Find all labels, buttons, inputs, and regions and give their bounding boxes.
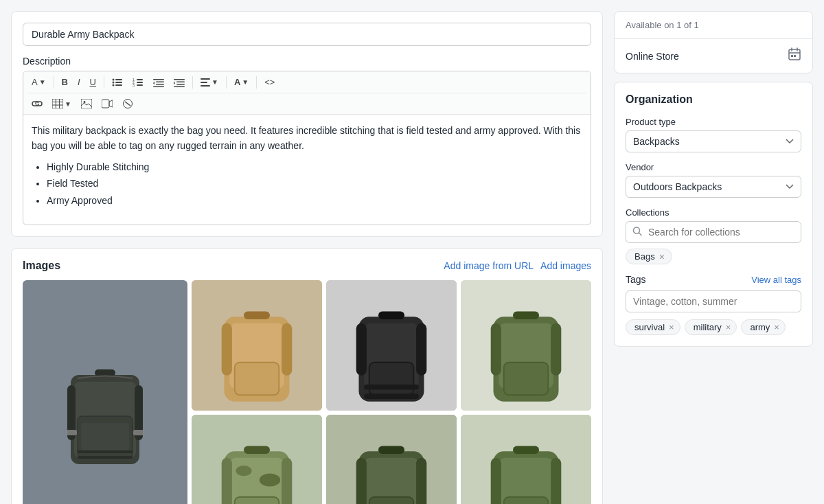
svg-rect-30: [81, 99, 92, 108]
tags-label: Tags: [626, 274, 646, 285]
toolbar-divider-3: [192, 76, 193, 89]
align-btn[interactable]: ▼: [196, 76, 222, 89]
svg-rect-100: [791, 55, 793, 57]
collection-tag-label: Bags: [634, 251, 655, 262]
video-btn[interactable]: [98, 96, 117, 111]
tag-survival: survival ×: [626, 319, 680, 335]
svg-rect-58: [356, 323, 367, 376]
online-store-row: Online Store: [615, 39, 812, 73]
image-thumb-olive[interactable]: [461, 280, 591, 411]
vendor-select[interactable]: Outdoors Backpacks: [626, 176, 801, 198]
html-btn[interactable]: <>: [260, 74, 279, 90]
svg-rect-70: [513, 312, 539, 319]
svg-rect-1: [115, 79, 122, 80]
product-title-input[interactable]: [23, 23, 591, 46]
svg-marker-21: [174, 81, 175, 84]
remove-tag-army[interactable]: ×: [774, 322, 779, 332]
image-thumb-small-green[interactable]: [461, 415, 591, 504]
search-icon: [632, 227, 642, 238]
tag-army: army ×: [741, 319, 785, 335]
svg-rect-18: [176, 81, 185, 82]
svg-rect-68: [551, 323, 561, 376]
svg-rect-41: [81, 423, 129, 450]
product-type-field: Product type Backpacks: [626, 117, 801, 152]
svg-rect-25: [52, 99, 63, 108]
svg-rect-79: [235, 497, 279, 504]
svg-point-31: [83, 101, 85, 103]
bold-btn[interactable]: B: [58, 74, 72, 90]
font-color-btn[interactable]: A ▼: [230, 74, 253, 90]
toolbar-divider: [54, 76, 54, 89]
calendar-icon[interactable]: [788, 47, 801, 65]
svg-rect-32: [102, 100, 109, 108]
svg-rect-17: [174, 79, 185, 80]
svg-line-103: [639, 233, 642, 236]
toolbar-divider-4: [226, 76, 227, 89]
svg-rect-45: [133, 430, 144, 435]
svg-rect-53: [235, 363, 279, 396]
images-grid: Edit alt text 👁 ✏️ ALT 🗑: [23, 280, 591, 504]
link-btn[interactable]: [27, 97, 47, 111]
rich-text-editor: A ▼ B I U 1.2.3.: [23, 71, 591, 225]
tags-section: Tags View all tags survival × military ×…: [626, 274, 801, 335]
svg-rect-63: [364, 393, 419, 399]
collection-tag-bags: Bags ×: [626, 249, 801, 264]
toolbar-divider-5: [256, 76, 257, 89]
availability-header: Available on 1 of 1: [615, 12, 812, 39]
image-btn[interactable]: [77, 96, 96, 111]
svg-rect-93: [551, 458, 561, 504]
image-thumb-black[interactable]: [326, 280, 457, 411]
add-images-btn[interactable]: Add images: [540, 260, 591, 271]
svg-rect-95: [513, 446, 539, 454]
svg-rect-78: [282, 458, 292, 504]
tag-military: military ×: [685, 319, 737, 335]
svg-rect-20: [174, 86, 185, 87]
svg-line-35: [125, 102, 130, 106]
image-thumb-camo[interactable]: [192, 415, 322, 504]
svg-rect-84: [356, 458, 367, 504]
svg-rect-85: [416, 458, 426, 504]
remove-tag-survival[interactable]: ×: [669, 322, 674, 332]
svg-rect-62: [364, 385, 419, 390]
ordered-list-btn[interactable]: 1.2.3.: [128, 75, 148, 90]
indent-increase-btn[interactable]: [170, 75, 189, 90]
tags-list: survival × military × army ×: [626, 319, 801, 335]
remove-collection-btn[interactable]: ×: [659, 252, 665, 262]
indent-decrease-btn[interactable]: [149, 75, 168, 90]
underline-btn[interactable]: U: [86, 74, 100, 90]
images-section: Images Add image from URL Add images: [11, 248, 603, 504]
italic-btn[interactable]: I: [73, 74, 84, 90]
svg-rect-96: [789, 49, 800, 60]
image-thumb-tan[interactable]: [192, 280, 322, 411]
collections-search-input[interactable]: [626, 221, 801, 243]
tags-input[interactable]: [626, 290, 801, 312]
add-image-url-btn[interactable]: Add image from URL: [444, 260, 534, 271]
svg-rect-47: [78, 456, 133, 459]
organization-card: Organization Product type Backpacks Vend…: [614, 82, 813, 347]
view-all-tags-btn[interactable]: View all tags: [751, 275, 801, 285]
svg-marker-33: [109, 100, 113, 107]
svg-point-4: [112, 84, 114, 86]
product-type-select[interactable]: Backpacks: [626, 130, 801, 152]
svg-rect-12: [153, 79, 164, 80]
store-name: Online Store: [626, 51, 679, 62]
availability-card: Available on 1 of 1 Online Store: [614, 11, 813, 73]
description-content[interactable]: This military backpack is exactly the ba…: [23, 115, 591, 225]
svg-rect-101: [794, 55, 796, 57]
svg-rect-92: [491, 458, 501, 504]
bullet-list-btn[interactable]: [108, 75, 127, 90]
font-size-btn[interactable]: A ▼: [27, 74, 50, 90]
svg-point-75: [260, 474, 280, 487]
remove-tag-military[interactable]: ×: [726, 322, 731, 332]
svg-rect-46: [78, 450, 133, 453]
tag-label: survival: [634, 322, 665, 332]
svg-point-2: [112, 81, 114, 83]
svg-rect-15: [153, 86, 164, 87]
svg-rect-67: [491, 323, 501, 376]
svg-rect-13: [156, 81, 164, 82]
main-image-thumb[interactable]: Edit alt text 👁 ✏️ ALT 🗑: [23, 280, 187, 504]
svg-point-0: [112, 78, 114, 80]
image-thumb-dark-olive[interactable]: [326, 415, 457, 504]
clear-format-btn[interactable]: [118, 96, 137, 111]
table-btn[interactable]: ▼: [48, 96, 76, 111]
